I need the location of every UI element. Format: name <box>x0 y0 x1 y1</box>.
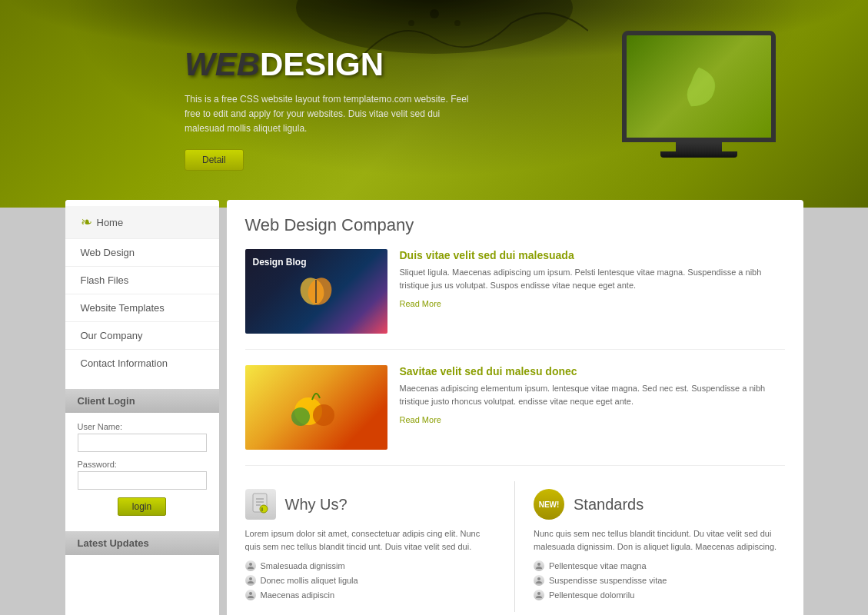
sidebar-web-design-label: Web Design <box>81 247 135 258</box>
article-thumb-2 <box>245 365 387 450</box>
sidebar-contact-label: Contact Information <box>81 357 168 369</box>
svg-point-18 <box>249 592 252 595</box>
standards-header: NEW! Standards <box>534 489 785 520</box>
user-icon-6 <box>535 591 543 599</box>
bottom-section: i Why Us? Lorem ipsum dolor sit amet, co… <box>245 481 785 612</box>
svg-text:i: i <box>261 507 263 512</box>
list-icon-3 <box>245 590 256 600</box>
standards-card: NEW! Standards Nunc quis sem nec tellus … <box>534 481 785 612</box>
why-us-title: Why Us? <box>285 496 348 514</box>
sidebar-item-web-design[interactable]: Web Design <box>65 238 219 266</box>
list-icon-1 <box>245 560 256 571</box>
standards-description: Nunc quis sem nec tellus blandit tincidu… <box>534 527 785 553</box>
article-card-2: Savitae velit sed dui malesu donec Maece… <box>245 365 785 466</box>
why-us-description: Lorem ipsum dolor sit amet, consectetuar… <box>245 527 497 553</box>
home-icon: ❧ <box>81 214 92 231</box>
list-icon-2 <box>245 575 256 586</box>
standards-list-icon-1 <box>534 560 544 571</box>
login-form: User Name: Password: login <box>65 413 219 525</box>
sidebar-item-flash-files[interactable]: Flash Files <box>65 266 219 294</box>
user-icon-2 <box>247 577 254 584</box>
why-us-item-1-text: Smalesuada dignissim <box>261 561 345 570</box>
thumb2-fruit-icon <box>285 384 347 430</box>
svg-point-17 <box>249 577 252 580</box>
standards-badge-icon: NEW! <box>534 489 564 520</box>
read-more-2[interactable]: Read More <box>400 415 441 424</box>
login-button[interactable]: login <box>118 497 166 516</box>
title-design: DESIGN <box>260 46 384 82</box>
password-label: Password: <box>78 460 207 469</box>
svg-point-19 <box>537 563 540 566</box>
why-us-header: i Why Us? <box>245 489 497 520</box>
sidebar-our-company-label: Our Company <box>81 330 143 341</box>
user-icon-4 <box>535 562 543 570</box>
document-icon: i <box>250 492 271 517</box>
user-icon-1 <box>247 562 254 570</box>
user-icon-3 <box>247 591 254 599</box>
section-title: Web Design Company <box>245 215 785 235</box>
standards-badge-text: NEW! <box>539 500 560 509</box>
why-us-item-2-text: Donec mollis aliquet ligula <box>261 576 358 585</box>
sidebar-item-website-templates[interactable]: Website Templates <box>65 294 219 321</box>
standards-item-1-text: Pellentesque vitae magna <box>549 561 647 570</box>
svg-point-21 <box>537 592 540 595</box>
username-label: User Name: <box>78 422 207 431</box>
header-title: WEBDESIGN <box>185 46 868 83</box>
standards-item-2-text: Suspendisse suspendisse vitae <box>549 576 667 585</box>
sidebar-item-home[interactable]: ❧ Home <box>65 206 219 238</box>
svg-point-9 <box>291 407 310 426</box>
header-description: This is a free CSS website layout from t… <box>185 92 477 137</box>
password-input[interactable] <box>78 471 207 490</box>
article-text-2: Savitae velit sed dui malesu donec Maece… <box>400 365 785 450</box>
article-body-2: Maecenas adipiscing elementum ipsum. len… <box>400 382 785 407</box>
sidebar-nav: ❧ Home Web Design Flash Files Website Te… <box>65 200 219 383</box>
bottom-divider <box>514 481 515 612</box>
standards-item-1: Pellentesque vitae magna <box>534 560 785 571</box>
latest-updates-heading: Latest Updates <box>65 531 219 555</box>
standards-item-2: Suspendisse suspendisse vitae <box>534 575 785 586</box>
header-content: WEBDESIGN This is a free CSS website lay… <box>0 0 868 171</box>
thumb1-butterfly-icon <box>285 272 347 311</box>
standards-list-icon-3 <box>534 590 544 600</box>
sidebar: ❧ Home Web Design Flash Files Website Te… <box>65 200 219 615</box>
sidebar-item-our-company[interactable]: Our Company <box>65 321 219 349</box>
why-us-item-2: Donec mollis aliquet ligula <box>245 575 497 586</box>
title-web: WEB <box>185 46 260 82</box>
why-us-icon: i <box>245 489 276 520</box>
svg-point-20 <box>537 577 540 580</box>
article-card-1: Duis vitae velit sed dui malesuada Sliqu… <box>245 249 785 350</box>
article-heading-1: Duis vitae velit sed dui malesuada <box>400 249 785 261</box>
thumb1-image <box>245 249 387 334</box>
sidebar-website-templates-label: Website Templates <box>81 302 165 314</box>
client-login-heading: Client Login <box>65 389 219 413</box>
why-us-item-1: Smalesuada dignissim <box>245 560 497 571</box>
article-heading-2: Savitae velit sed dui malesu donec <box>400 365 785 377</box>
username-input[interactable] <box>78 434 207 452</box>
standards-list-icon-2 <box>534 575 544 586</box>
read-more-1[interactable]: Read More <box>400 299 441 308</box>
svg-point-16 <box>249 563 252 566</box>
article-thumb-1 <box>245 249 387 334</box>
standards-item-3-text: Pellentesque dolomrilu <box>549 590 634 600</box>
thumb2-image <box>245 365 387 450</box>
main-content: Web Design Company Duis vitae velit sed … <box>227 200 803 615</box>
header-banner: WEBDESIGN This is a free CSS website lay… <box>0 0 868 208</box>
why-us-card: i Why Us? Lorem ipsum dolor sit amet, co… <box>245 481 497 612</box>
why-us-item-3: Maecenas adipiscin <box>245 590 497 600</box>
why-us-item-3-text: Maecenas adipiscin <box>261 590 335 600</box>
svg-point-8 <box>313 404 334 426</box>
article-text-1: Duis vitae velit sed dui malesuada Sliqu… <box>400 249 785 334</box>
article-body-1: Sliquet ligula. Maecenas adipiscing um i… <box>400 266 785 291</box>
sidebar-flash-files-label: Flash Files <box>81 274 129 286</box>
user-icon-5 <box>535 577 543 584</box>
sidebar-item-contact[interactable]: Contact Information <box>65 349 219 377</box>
sidebar-home-label: Home <box>97 217 124 228</box>
standards-title: Standards <box>574 496 644 514</box>
detail-button[interactable]: Detail <box>185 149 244 171</box>
standards-item-3: Pellentesque dolomrilu <box>534 590 785 600</box>
main-container: ❧ Home Web Design Flash Files Website Te… <box>65 200 803 615</box>
